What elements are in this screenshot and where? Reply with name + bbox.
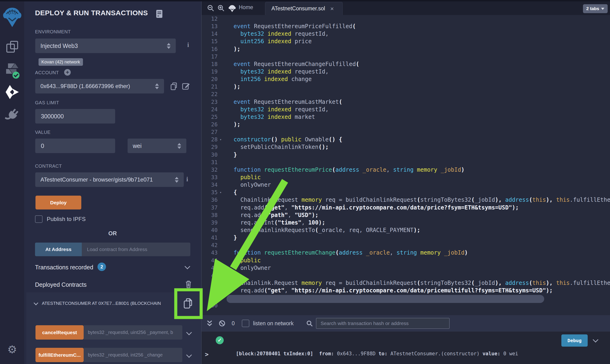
zoom-in-icon[interactable] xyxy=(218,5,225,12)
deploy-run-panel: DEPLOY & RUN TRANSACTIONS ENVIRONMENT In… xyxy=(24,1,202,364)
tab-home[interactable]: Home xyxy=(239,4,253,11)
deployed-contracts-label: Deployed Contracts xyxy=(35,281,87,288)
code-line: 29 setPublicChainlinkToken(); xyxy=(202,143,610,151)
settings-gear-icon[interactable]: ⚙ xyxy=(0,343,24,356)
icon-rail: ⚙ xyxy=(0,1,24,364)
listen-network-checkbox[interactable] xyxy=(242,320,249,327)
code-line: 17 xyxy=(202,53,610,60)
code-line: 34 onlyOwner xyxy=(202,181,610,189)
clear-console-icon[interactable] xyxy=(219,320,225,327)
environment-label: ENVIRONMENT xyxy=(35,29,71,35)
transactions-count-badge: 2 xyxy=(97,262,106,271)
environment-info-icon[interactable]: i xyxy=(187,41,189,49)
contract-expand-icon[interactable] xyxy=(34,300,38,305)
transaction-log[interactable]: [block:20780401 txIndex:0] from: 0x643..… xyxy=(236,335,518,364)
value-input[interactable] xyxy=(35,139,115,153)
deployed-contract-header[interactable]: ATESTNETCONSUMER AT 0X7E7...E80D1 (BLOCK… xyxy=(42,301,190,306)
value-unit: wei xyxy=(133,143,142,149)
log-line-1: [block:20780401 txIndex:0] from: 0x643..… xyxy=(236,350,518,357)
zoom-out-icon[interactable] xyxy=(207,5,214,12)
environment-select[interactable]: Injected Web3 xyxy=(35,39,176,53)
code-line: 15 uint256 indexed price xyxy=(202,38,610,45)
select-arrows-icon xyxy=(167,43,171,49)
code-line: 37 req.add("get", "https://min-api.crypt… xyxy=(202,204,610,211)
cancelrequest-button[interactable]: cancelRequest xyxy=(36,325,84,339)
code-line: 47 Chainlink.Request memory req = buildC… xyxy=(202,279,610,287)
code-line: 22 xyxy=(202,91,610,98)
code-line: 19 bytes32 indexed requestId, xyxy=(202,68,610,75)
publish-ipfs-label: Publish to IPFS xyxy=(47,216,86,222)
horizontal-scrollbar[interactable] xyxy=(226,295,544,303)
add-account-icon[interactable]: + xyxy=(64,69,71,76)
deploy-button[interactable]: Deploy xyxy=(36,196,81,209)
code-line: 41} xyxy=(202,234,610,241)
solidity-compiler-icon[interactable] xyxy=(0,62,24,79)
environment-value: Injected Web3 xyxy=(40,42,78,49)
terminal-search-input[interactable] xyxy=(316,318,450,329)
active-tab-label: ATestnetConsumer.sol xyxy=(271,5,325,12)
select-arrows-icon xyxy=(177,143,181,149)
code-line: 35▾{ xyxy=(202,189,610,196)
terminal-toolbar: 0 listen on network xyxy=(202,315,610,332)
code-line: 16); xyxy=(202,45,610,53)
gas-limit-input[interactable] xyxy=(35,109,115,124)
code-editor-area: Home ATestnetConsumer.sol × 2 tabs 1213e… xyxy=(202,1,610,315)
terminal-prompt: > xyxy=(205,351,209,358)
tx-details-expand-icon[interactable] xyxy=(593,337,598,342)
fulfillethereumchange-expand-icon[interactable] xyxy=(186,352,192,358)
deploy-and-run-icon[interactable] xyxy=(0,85,24,100)
code-line: 18event RequestEthereumChangeFulfilled( xyxy=(202,60,610,68)
contract-label: CONTRACT xyxy=(35,163,62,169)
code-line: 44 public xyxy=(202,257,610,264)
copy-account-icon[interactable] xyxy=(170,82,178,91)
code-line: 31 xyxy=(202,158,610,166)
select-arrows-icon xyxy=(155,83,159,89)
terminal-panel: 0 listen on network ✓ [block:20780401 tx… xyxy=(202,315,610,364)
transactions-recorded-label: Transactions recorded xyxy=(35,264,93,271)
tabs-count-button[interactable]: 2 tabs xyxy=(583,4,608,13)
file-explorer-icon[interactable] xyxy=(0,40,24,54)
code-line: 25 bytes32 indexed market xyxy=(202,113,610,121)
code-line: 13event RequestEthereumPriceFulfilled( xyxy=(202,23,610,30)
search-icon xyxy=(306,320,313,327)
or-label: OR xyxy=(108,230,117,237)
code-lines: 1213event RequestEthereumPriceFulfilled(… xyxy=(202,15,610,309)
contract-info-icon[interactable]: i xyxy=(186,176,188,183)
remix-logo-icon[interactable] xyxy=(0,7,24,28)
code-line: 43function requestEthereumChange(address… xyxy=(202,249,610,257)
edit-account-icon[interactable] xyxy=(182,82,190,90)
account-value: 0x643...9F88D (1.666673996 ether) xyxy=(40,83,130,90)
close-tab-icon[interactable]: × xyxy=(330,6,334,12)
cancelrequest-expand-icon[interactable] xyxy=(186,329,192,335)
cancelrequest-params-input[interactable]: bytes32 _requestId, uint256 _payment, b xyxy=(84,325,182,339)
value-unit-select[interactable]: wei xyxy=(128,139,186,153)
code-line: 24 bytes32 indexed requestId, xyxy=(202,106,610,113)
gas-limit-label: GAS LIMIT xyxy=(35,100,59,105)
code-line: 46▾{ xyxy=(202,272,610,279)
fulfillethereumchange-params-input[interactable]: bytes32 _requestId, int256 _change xyxy=(84,348,182,362)
plugin-manager-icon[interactable] xyxy=(0,107,24,122)
tx-success-icon: ✓ xyxy=(216,336,224,344)
code-line: 33 public xyxy=(202,174,610,181)
at-address-input[interactable] xyxy=(82,243,190,256)
expand-terminal-icon[interactable] xyxy=(206,320,213,327)
publish-ipfs-checkbox[interactable] xyxy=(35,215,42,223)
account-select[interactable]: 0x643...9F88D (1.666673996 ether) xyxy=(35,79,164,93)
code-line: 14 bytes32 indexed requestId, xyxy=(202,30,610,38)
network-badge: Kovan (42) network xyxy=(39,58,83,66)
copy-contract-address-icon[interactable] xyxy=(183,298,193,309)
remix-ide: ⚙ DEPLOY & RUN TRANSACTIONS ENVIRONMENT … xyxy=(0,0,610,364)
code-line: 32function requestEthereumPrice(address … xyxy=(202,166,610,174)
fulfillethereumchange-button[interactable]: fulfillEthereumC... xyxy=(36,348,84,362)
transactions-collapse-icon[interactable] xyxy=(185,263,190,269)
tab-active-file[interactable]: ATestnetConsumer.sol × xyxy=(265,2,343,15)
listen-network-label: listen on network xyxy=(253,320,294,327)
code-editor[interactable]: 1213event RequestEthereumPriceFulfilled(… xyxy=(202,15,610,315)
contract-select[interactable]: ATestnetConsumer - browser/gists/9b71e07… xyxy=(35,172,184,187)
home-tab-icon[interactable] xyxy=(228,4,236,13)
code-line: 30} xyxy=(202,151,610,158)
at-address-button[interactable]: At Address xyxy=(35,243,82,256)
clear-instances-trash-icon[interactable] xyxy=(185,280,192,288)
debug-button[interactable]: Debug xyxy=(561,334,588,347)
code-line: 48 req.add("get", "https://min-api.crypt… xyxy=(202,287,610,294)
